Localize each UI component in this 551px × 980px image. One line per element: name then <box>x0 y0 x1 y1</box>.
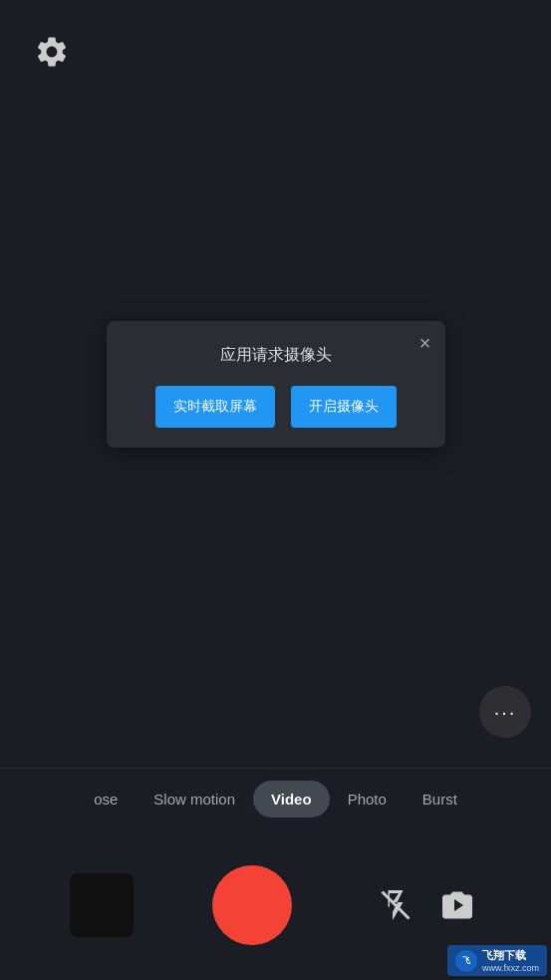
flash-button[interactable] <box>372 881 419 929</box>
dialog-title: 应用请求摄像头 <box>127 345 425 366</box>
watermark-logo: 飞 <box>455 950 477 972</box>
mode-item-burst[interactable]: Burst <box>405 781 475 817</box>
open-camera-button[interactable]: 开启摄像头 <box>291 386 397 428</box>
mode-item-photo[interactable]: Photo <box>330 781 405 817</box>
mode-item-close[interactable]: ose <box>76 781 136 817</box>
dialog-close-button[interactable]: × <box>419 333 431 353</box>
watermark: 飞 飞翔下载 www.fxxz.com <box>447 945 547 976</box>
camera-permission-dialog: × 应用请求摄像头 实时截取屏幕 开启摄像头 <box>107 321 445 448</box>
right-controls <box>372 881 481 929</box>
dialog-buttons: 实时截取屏幕 开启摄像头 <box>127 386 425 428</box>
watermark-text: 飞翔下载 www.fxxz.com <box>482 948 539 973</box>
flip-camera-button[interactable] <box>433 881 481 929</box>
more-options-button[interactable]: ··· <box>479 686 531 738</box>
flip-camera-icon <box>439 887 475 923</box>
record-button[interactable] <box>212 865 292 945</box>
mode-item-video[interactable]: Video <box>253 781 330 817</box>
mode-selector-bar: ose Slow motion Video Photo Burst <box>0 768 551 829</box>
mode-item-slow-motion[interactable]: Slow motion <box>136 781 253 817</box>
gallery-thumbnail[interactable] <box>70 873 134 937</box>
dialog-overlay: × 应用请求摄像头 实时截取屏幕 开启摄像头 <box>0 0 551 768</box>
camera-viewfinder: × 应用请求摄像头 实时截取屏幕 开启摄像头 ··· <box>0 0 551 768</box>
more-dots-icon: ··· <box>494 702 517 722</box>
flash-off-icon <box>378 887 413 923</box>
screenshot-button[interactable]: 实时截取屏幕 <box>155 386 275 428</box>
